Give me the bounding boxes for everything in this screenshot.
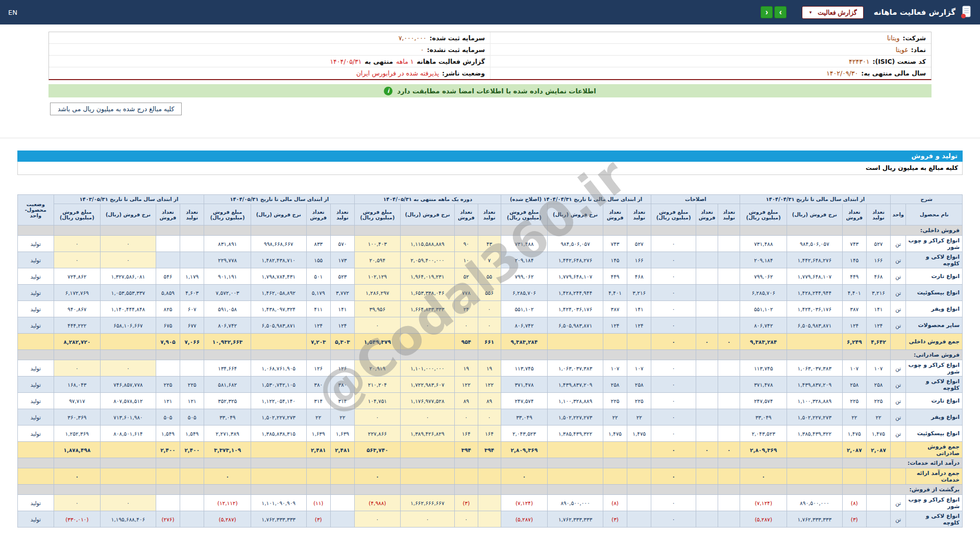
info-row: شرکت:ویتانا xyxy=(491,32,931,44)
value-cell: ۸۰۷,۵۷۸,۵۱۲ xyxy=(101,393,156,409)
info-label: سرمایه ثبت نشده: xyxy=(427,46,485,54)
value-cell xyxy=(718,252,740,268)
header-group: از ابتدای سال مالی تا تاریخ ۱۴۰۴/۰۴/۳۱ xyxy=(740,195,891,204)
value-cell: ۹۷,۷۱۷ xyxy=(54,393,101,409)
header-subcol: مبلغ فروش (میلیون ریال) xyxy=(651,204,696,226)
report-type-dropdown[interactable]: گزارش فعالیت ▼ xyxy=(802,6,864,19)
value-cell: ۱۲۶ xyxy=(306,360,330,377)
value-cell: ۲,۰۵۹,۴۰۰,۰۰۰ xyxy=(400,252,455,268)
cell xyxy=(355,350,401,360)
product-name: جمع فروش داخلی xyxy=(906,334,963,350)
value-cell: ۳۱۴ xyxy=(306,393,330,409)
value-cell: ۱,۵۴۹,۳۷۹ xyxy=(355,334,401,350)
product-name: انواع بیسکوئیت xyxy=(906,285,963,301)
value-cell: ۱۰۷ xyxy=(603,360,627,377)
header-subcol: تعداد فروش xyxy=(156,204,180,226)
value-cell: ۱,۶۵۳,۳۳۸,۰۴۶ xyxy=(400,285,455,301)
value-cell: ۲۲۵ xyxy=(603,393,627,409)
content-divider xyxy=(0,138,980,138)
value-cell: ۲۲ xyxy=(330,409,354,425)
value-cell: ۰ xyxy=(355,468,401,485)
value-cell: ۱۰۴,۷۵۱ xyxy=(355,393,401,409)
value-cell: ۵۲۳ xyxy=(330,268,354,285)
value-cell: ۰ xyxy=(54,236,101,252)
cell xyxy=(548,350,603,360)
value-cell: ۲۵۸ xyxy=(603,377,627,393)
value-cell xyxy=(180,252,204,268)
cell xyxy=(156,226,180,236)
info-label: گزارش فعالیت ماهانه xyxy=(416,58,485,65)
value-cell: ۱۳۴,۶۶۴ xyxy=(204,360,251,377)
value-cell xyxy=(627,442,651,458)
value-cell xyxy=(718,511,740,528)
value-cell: ۵,۸۵۹ xyxy=(156,285,180,301)
value-cell: ۱,۴۷۵ xyxy=(866,425,890,442)
product-name: جمع درآمد ارائه خدمات xyxy=(906,468,963,485)
notice-text: اطلاعات نمایش داده شده با اطلاعات امضا ش… xyxy=(397,87,596,95)
value-cell: ۰ xyxy=(455,409,478,425)
report-type-label: گزارش فعالیت xyxy=(818,9,857,16)
value-cell: ۳۳,۰۴۹ xyxy=(204,409,251,425)
header-subcol: تعداد فروش xyxy=(306,204,330,226)
status-cell: تولید xyxy=(18,236,54,252)
product-name: انواع لاکی و کلوچه xyxy=(906,377,963,393)
value-cell: ۳۳,۰۴۹ xyxy=(501,409,548,425)
value-cell xyxy=(603,334,627,350)
value-cell: ۱۴۵ xyxy=(603,252,627,268)
value-cell: ۱,۵۳۰,۷۴۲,۱۰۵ xyxy=(251,377,306,393)
cell xyxy=(548,226,603,236)
info-label: شرکت: xyxy=(902,34,926,42)
prev-report-button[interactable]: ‹ xyxy=(761,6,773,18)
value-cell: ۲۲۷,۸۶۶ xyxy=(355,425,401,442)
value-cell: ۹۸۴,۵۰۶,۰۵۷ xyxy=(787,236,843,252)
value-cell xyxy=(696,393,718,409)
value-cell: ۱۲۴ xyxy=(306,317,330,334)
cell xyxy=(718,458,740,468)
value-cell: ۱,۳۲۷,۵۸۶,۰۸۱ xyxy=(101,268,156,285)
next-report-button[interactable]: › xyxy=(774,6,787,18)
value-cell: ۷۹۹,۰۶۲ xyxy=(740,268,787,285)
value-cell: ۱۹ xyxy=(478,360,501,377)
cell xyxy=(156,458,180,468)
value-cell: ۱,۴۸۲,۴۳۸,۷۱۰ xyxy=(251,252,306,268)
value-cell: ۶,۲۸۵,۷۰۶ xyxy=(501,285,548,301)
value-cell xyxy=(478,511,501,528)
value-cell: ۱,۶۶۲,۶۶۶,۶۶۷ xyxy=(400,495,455,511)
unit-cell: تن xyxy=(891,317,906,334)
header-subcol: مبلغ فروش (میلیون ریال) xyxy=(355,204,401,226)
value-cell: ۰ xyxy=(400,317,455,334)
value-cell: ۷,۹۰۵ xyxy=(156,334,180,350)
value-cell: ۱۲۲ xyxy=(455,377,478,393)
value-cell: ۱۲۴ xyxy=(603,317,627,334)
cell xyxy=(400,226,455,236)
info-label: سال مالی منتهی به: xyxy=(861,69,926,77)
language-toggle[interactable]: EN xyxy=(8,9,17,16)
value-cell: ۱,۳۸۵,۴۳۹,۳۲۲ xyxy=(548,425,603,442)
info-value: ۱۴۰۲/۰۹/۳۰ xyxy=(826,69,858,77)
value-cell: ۰ xyxy=(696,334,718,350)
header-subcol: نرخ فروش (ریال) xyxy=(400,204,455,226)
cell xyxy=(156,350,180,360)
status-cell: تولید xyxy=(18,268,54,285)
value-cell: ۹۰ xyxy=(455,236,478,252)
value-cell xyxy=(156,495,180,511)
value-cell: ۷ xyxy=(478,252,501,268)
value-cell: ۸۰۶,۷۴۲ xyxy=(740,317,787,334)
value-cell xyxy=(478,495,501,511)
cell xyxy=(651,485,696,495)
product-row: انواع تارتتن۲۲۵۲۲۵۱,۱۰۰,۳۲۸,۸۸۹۲۴۷,۵۷۴۰۲… xyxy=(18,393,963,409)
page-title: گزارش فعالیت ماهانه xyxy=(874,8,955,17)
value-cell: ۶,۲۴۹ xyxy=(842,334,866,350)
product-name: انواع ویفر xyxy=(906,409,963,425)
value-cell: (۵,۲۸۷) xyxy=(501,511,548,528)
value-cell: ۷۳۱,۴۸۸ xyxy=(740,236,787,252)
cell xyxy=(478,226,501,236)
cell xyxy=(787,485,843,495)
value-cell: ۲,۰۸۷ xyxy=(866,442,890,458)
value-cell: ۹۴۰,۸۶۷ xyxy=(54,301,101,317)
value-cell: ۱۴۱ xyxy=(330,301,354,317)
status-cell: تولید xyxy=(18,425,54,442)
cell xyxy=(54,458,101,468)
value-cell: ۱۰,۹۳۲,۶۶۳ xyxy=(204,334,251,350)
value-cell: ۴۴۹ xyxy=(603,268,627,285)
